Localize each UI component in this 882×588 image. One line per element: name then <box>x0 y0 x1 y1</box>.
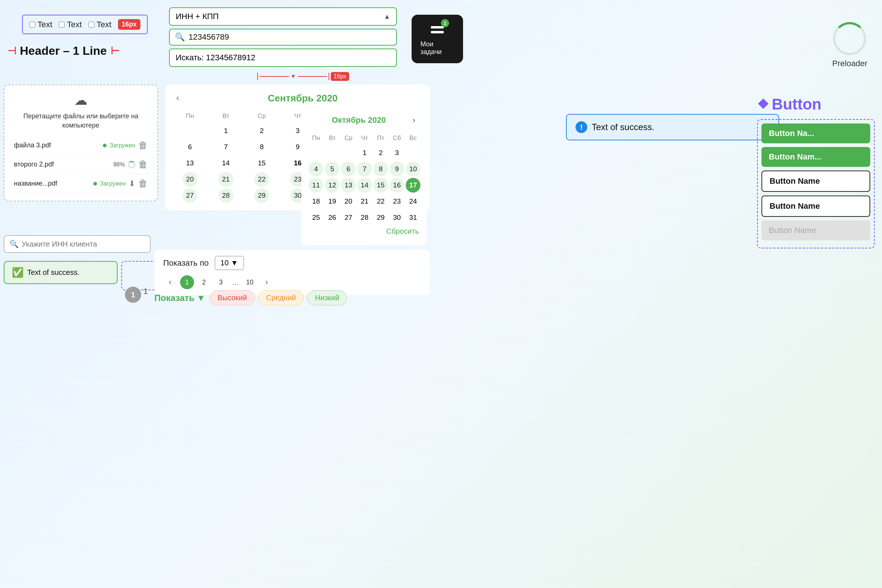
page-1-button[interactable]: 1 <box>180 275 194 289</box>
preloader-label: Preloader <box>832 59 867 68</box>
moi-zadachi-button[interactable]: 1 Мои задачи <box>412 15 463 63</box>
cal-oct-17[interactable]: 17 <box>406 178 420 193</box>
cal-sep-7[interactable]: 7 <box>219 140 233 154</box>
button-outline-1[interactable]: Button Name <box>762 171 870 192</box>
calendar-october: Октябрь 2020 › Пн Вт Ср Чт Пт Сб Вс 1 2 … <box>302 106 426 245</box>
cal-oct-13[interactable]: 13 <box>341 178 356 193</box>
cal-sep-14[interactable]: 14 <box>219 156 233 171</box>
info-alert-text: Text of success. <box>592 122 654 132</box>
page-2-button[interactable]: 2 <box>197 275 211 289</box>
cal-sep-6[interactable]: 6 <box>183 140 197 154</box>
inn-client-search[interactable]: 🔍 <box>4 235 151 253</box>
cal-header-wed: Ср <box>244 110 279 122</box>
cal-oct-22[interactable]: 22 <box>374 194 388 209</box>
cal-oct-21[interactable]: 21 <box>357 194 372 209</box>
chip-med[interactable]: Средний <box>258 290 303 305</box>
cal-sep-28[interactable]: 28 <box>219 188 233 203</box>
cal-sep-13[interactable]: 13 <box>183 156 197 171</box>
filter-label[interactable]: Показать ▼ <box>154 293 206 303</box>
cal-oct-3[interactable]: 3 <box>390 146 404 160</box>
cal-sep-21[interactable]: 21 <box>219 172 233 187</box>
cal-oct-19[interactable]: 19 <box>325 194 340 209</box>
cal-oct-15[interactable]: 15 <box>374 178 388 193</box>
inn-client-search-input[interactable]: 🔍 <box>4 235 151 253</box>
cal-sep-2[interactable]: 2 <box>254 123 269 138</box>
header-arrow-left-icon: ⊣ <box>8 45 16 57</box>
cal-oct-6[interactable]: 6 <box>341 162 356 176</box>
checkbox-item-3[interactable]: Text <box>88 20 111 29</box>
cal-oct-31[interactable]: 31 <box>406 210 420 225</box>
cal-oct-2[interactable]: 2 <box>374 146 388 160</box>
cal-sep-1[interactable]: 1 <box>219 123 233 138</box>
inn-dropdown[interactable]: ИНН + КПП ▲ <box>169 8 397 26</box>
search-input-row[interactable]: 🔍 123456789 <box>169 28 397 46</box>
cal-sep-22[interactable]: 22 <box>254 172 269 187</box>
cal-prev-icon[interactable]: ‹ <box>173 92 183 104</box>
check-circle-icon: ✅ <box>12 267 24 278</box>
cal-oct-12[interactable]: 12 <box>325 178 340 193</box>
cal-oct-9[interactable]: 9 <box>390 162 404 176</box>
inn-client-field[interactable] <box>22 240 145 248</box>
cal-oct-24[interactable]: 24 <box>406 194 420 209</box>
file-status-1: Загружен <box>110 142 135 149</box>
cal-oct-18[interactable]: 18 <box>309 194 323 209</box>
checkbox-item-2[interactable]: Text <box>59 20 82 29</box>
checkbox-1[interactable] <box>29 22 35 28</box>
checkbox-2[interactable] <box>59 22 64 28</box>
chip-low[interactable]: Низкий <box>307 290 347 305</box>
cal-oct-14[interactable]: 14 <box>357 178 372 193</box>
page-3-button[interactable]: 3 <box>214 275 228 289</box>
cal-oct-4[interactable]: 4 <box>309 162 323 176</box>
per-page-select[interactable]: 10 ▼ <box>214 256 244 270</box>
cal-sep-15[interactable]: 15 <box>254 156 269 171</box>
cal-oct-30[interactable]: 30 <box>390 210 404 225</box>
cal-oct-16[interactable]: 16 <box>390 178 404 193</box>
page-dots: ... <box>231 278 240 286</box>
cal-oct-27[interactable]: 27 <box>341 210 356 225</box>
cal-next-icon[interactable]: › <box>409 114 419 126</box>
button-outline-2[interactable]: Button Name <box>762 195 870 217</box>
cal-oct-26[interactable]: 26 <box>325 210 340 225</box>
delete-file-2-icon[interactable]: 🗑 <box>138 159 148 170</box>
cal-oct-11[interactable]: 11 <box>309 178 323 193</box>
cal-oct-8[interactable]: 8 <box>374 162 388 176</box>
download-file-3-icon[interactable]: ⬇ <box>129 179 135 189</box>
cal-oct-1[interactable]: 1 <box>357 146 372 160</box>
moi-zadachi-label: Мои задачи <box>420 40 454 56</box>
delete-file-1-icon[interactable]: 🗑 <box>138 140 148 151</box>
delete-file-3-icon[interactable]: 🗑 <box>138 178 148 189</box>
cal-sep-29[interactable]: 29 <box>254 188 269 203</box>
cal-sep-20[interactable]: 20 <box>183 172 197 187</box>
page-next-button[interactable]: › <box>260 275 274 289</box>
button-green-2[interactable]: Button Nam... <box>762 147 870 167</box>
spacing-badge: 16рх <box>331 72 350 81</box>
page-prev-button[interactable]: ‹ <box>163 275 177 289</box>
spacing-bar-right <box>328 73 329 80</box>
cal-oct-title: Октябрь 2020 <box>309 116 409 125</box>
cal-day-empty <box>183 123 197 138</box>
chip-high[interactable]: Высокий <box>210 290 255 305</box>
button-green-1[interactable]: Button Na... <box>762 123 870 143</box>
moi-zadachi-icon-area: 1 <box>429 22 446 38</box>
cal-oct-20[interactable]: 20 <box>341 194 356 209</box>
file-row-2: второго 2.pdf 98% 🗑 <box>12 155 150 174</box>
upload-area[interactable]: ☁ Перетащите файлы или выберите на компь… <box>4 84 158 201</box>
cal-oct-25[interactable]: 25 <box>309 210 323 225</box>
cal-sep-title: Сентябрь 2020 <box>183 93 423 104</box>
cal-sep-8[interactable]: 8 <box>254 140 269 154</box>
iskat-text: Искать: 12345678912 <box>176 53 255 62</box>
reset-button[interactable]: Сбросить <box>309 225 419 238</box>
cal-oct-23[interactable]: 23 <box>390 194 404 209</box>
cal-oct-10[interactable]: 10 <box>406 162 420 176</box>
cal-oct-7[interactable]: 7 <box>357 162 372 176</box>
cal-oct-29[interactable]: 29 <box>374 210 388 225</box>
checkbox-3[interactable] <box>88 22 94 28</box>
cal-oct-28[interactable]: 28 <box>357 210 372 225</box>
chevron-down-icon: ▼ <box>196 293 206 303</box>
page-title: Header – 1 Line <box>20 44 107 58</box>
cal-oct-5[interactable]: 5 <box>325 162 340 176</box>
cal-sep-27[interactable]: 27 <box>183 188 197 203</box>
checkbox-item-1[interactable]: Text <box>29 20 52 29</box>
page-10-button[interactable]: 10 <box>243 275 257 289</box>
spacing-line <box>260 76 289 77</box>
